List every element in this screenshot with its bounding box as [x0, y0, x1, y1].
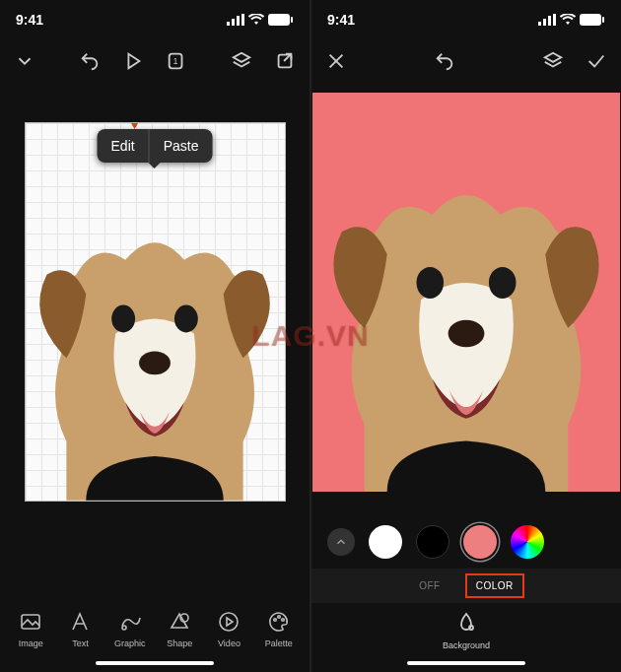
share-icon[interactable]: [274, 50, 296, 72]
shape-icon: [168, 610, 191, 634]
svg-point-18: [122, 626, 126, 630]
tool-label: Text: [72, 638, 89, 648]
status-icons: [538, 14, 605, 26]
svg-rect-2: [237, 16, 240, 26]
svg-point-35: [417, 267, 445, 299]
tool-label: Palette: [265, 638, 293, 648]
svg-rect-29: [553, 14, 556, 26]
svg-marker-19: [172, 614, 187, 628]
svg-point-24: [277, 616, 280, 619]
background-label: Background: [443, 640, 490, 650]
tool-label: Graphic: [114, 638, 146, 648]
svg-marker-34: [545, 53, 562, 62]
play-icon[interactable]: [122, 50, 144, 72]
battery-icon: [580, 14, 605, 26]
context-popup: Edit Paste: [98, 129, 213, 163]
tool-label: Video: [218, 638, 241, 648]
bottom-tool-row: Image Text Graphic Shape Video Palette: [0, 600, 310, 654]
annotation-arrow-icon: [125, 122, 145, 132]
swatch-black[interactable]: [416, 525, 449, 559]
svg-marker-13: [128, 122, 142, 129]
svg-rect-5: [291, 17, 293, 23]
color-swatch-row: [311, 515, 621, 569]
tool-text[interactable]: Text: [56, 610, 104, 648]
wifi-icon: [248, 14, 264, 26]
status-time: 9:41: [16, 12, 43, 28]
canvas[interactable]: Edit Paste: [25, 122, 286, 502]
tool-graphic[interactable]: Graphic: [106, 610, 154, 648]
tool-shape[interactable]: Shape: [156, 610, 203, 648]
svg-point-23: [273, 619, 276, 622]
canvas[interactable]: [312, 93, 620, 492]
swatch-pink-selected[interactable]: [463, 525, 497, 559]
svg-point-14: [111, 305, 135, 333]
swatch-white[interactable]: [369, 525, 402, 559]
signal-icon: [227, 14, 244, 26]
svg-rect-28: [548, 16, 551, 26]
pages-icon[interactable]: 1: [166, 50, 187, 72]
status-bar: 9:41: [311, 0, 621, 39]
video-icon: [217, 610, 241, 634]
status-bar: 9:41: [0, 0, 310, 39]
svg-rect-27: [543, 19, 546, 26]
svg-point-25: [281, 619, 284, 622]
status-icons: [227, 14, 294, 26]
chevron-down-icon[interactable]: [14, 50, 35, 72]
battery-icon: [268, 14, 294, 26]
canvas-area[interactable]: Edit Paste: [0, 83, 310, 600]
undo-icon[interactable]: [79, 50, 101, 72]
svg-rect-1: [232, 19, 235, 26]
tool-label: Image: [19, 638, 43, 648]
tool-image[interactable]: Image: [7, 610, 54, 648]
tab-off[interactable]: OFF: [413, 578, 447, 593]
svg-rect-0: [227, 22, 230, 26]
dog-cutout-image[interactable]: [26, 206, 285, 501]
edit-button[interactable]: Edit: [98, 129, 149, 163]
image-icon: [19, 610, 42, 634]
svg-rect-3: [242, 14, 244, 26]
tool-label: Shape: [167, 638, 192, 648]
palette-icon: [267, 610, 291, 634]
home-indicator[interactable]: [311, 654, 621, 672]
background-icon: [454, 611, 478, 637]
svg-point-21: [220, 613, 238, 631]
toolbar-left: 1: [0, 39, 310, 83]
svg-point-37: [448, 320, 485, 348]
status-time: 9:41: [327, 12, 355, 28]
screen-left-editor: 9:41 1: [0, 0, 310, 672]
check-icon[interactable]: [586, 50, 607, 72]
svg-point-36: [489, 267, 517, 299]
close-icon[interactable]: [325, 50, 347, 72]
signal-icon: [538, 14, 556, 26]
tab-color[interactable]: COLOR: [470, 578, 519, 593]
dog-cutout-image[interactable]: [312, 153, 620, 492]
undo-icon[interactable]: [434, 50, 455, 72]
svg-rect-4: [268, 14, 290, 26]
background-tool[interactable]: Background: [311, 603, 621, 654]
svg-text:1: 1: [173, 57, 178, 66]
wifi-icon: [560, 14, 576, 26]
background-tabs: OFF COLOR: [311, 569, 621, 603]
home-indicator[interactable]: [0, 654, 310, 672]
layers-icon[interactable]: [231, 50, 252, 72]
svg-point-16: [139, 352, 171, 375]
paste-button[interactable]: Paste: [149, 129, 213, 163]
expand-palette-button[interactable]: [327, 528, 355, 556]
tool-palette[interactable]: Palette: [255, 610, 303, 648]
svg-rect-31: [602, 17, 604, 23]
toolbar-right: [311, 39, 621, 83]
tool-video[interactable]: Video: [205, 610, 252, 648]
layers-icon[interactable]: [542, 50, 564, 72]
svg-rect-30: [580, 14, 601, 26]
text-icon: [68, 610, 92, 634]
graphic-icon: [118, 610, 142, 634]
swatch-color-picker[interactable]: [511, 525, 544, 559]
svg-point-15: [174, 305, 198, 333]
screen-right-background: 9:41: [311, 0, 621, 672]
svg-marker-6: [128, 54, 139, 69]
canvas-area[interactable]: [311, 83, 621, 515]
svg-rect-26: [538, 22, 541, 26]
svg-marker-9: [234, 53, 250, 62]
svg-marker-22: [227, 618, 233, 626]
